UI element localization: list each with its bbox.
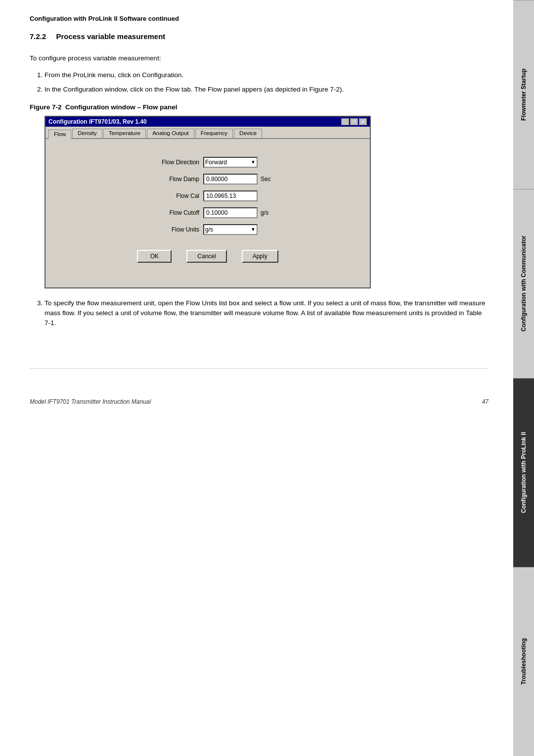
flow-cal-input[interactable] bbox=[203, 190, 258, 201]
flow-units-arrow: ▼ bbox=[251, 227, 256, 232]
window-titlebar: Configuration IFT9701/03, Rev 1.40 _ □ × bbox=[45, 117, 370, 127]
subsection-number: 7.2.2 bbox=[30, 32, 46, 41]
subsection-title: Process variable measurement bbox=[56, 32, 165, 41]
section-label: Configuration with ProLink II Software bbox=[30, 15, 146, 22]
step-1: From the ProLink menu, click on Configur… bbox=[44, 70, 489, 80]
tab-frequency[interactable]: Frequency bbox=[195, 129, 233, 138]
flow-cutoff-row: Flow Cutoff g/s bbox=[60, 207, 355, 218]
section-header: Configuration with ProLink II Software c… bbox=[30, 15, 489, 22]
window-controls[interactable]: _ □ × bbox=[341, 118, 367, 125]
flow-damp-row: Flow Damp Sec bbox=[60, 174, 355, 185]
tab-flow[interactable]: Flow bbox=[48, 130, 71, 139]
maximize-button[interactable]: □ bbox=[350, 118, 358, 125]
apply-button[interactable]: Apply bbox=[242, 250, 278, 263]
footer-left: Model IFT9701 Transmitter Instruction Ma… bbox=[30, 398, 151, 405]
flow-direction-value: Forward bbox=[205, 159, 227, 166]
close-button[interactable]: × bbox=[359, 118, 367, 125]
ok-button[interactable]: OK bbox=[137, 250, 172, 263]
flow-units-row: Flow Units g/s ▼ bbox=[60, 224, 355, 235]
flow-units-select[interactable]: g/s ▼ bbox=[203, 224, 258, 235]
tab-temperature[interactable]: Temperature bbox=[103, 129, 146, 138]
flow-cutoff-label: Flow Cutoff bbox=[135, 209, 199, 216]
step3-list: To specify the flow measurement unit, op… bbox=[44, 298, 489, 329]
figure-caption: Configuration window – Flow panel bbox=[65, 103, 178, 111]
window-title-text: Configuration IFT9701/03, Rev 1.40 bbox=[48, 118, 147, 125]
side-tabs: Flowmeter Startup Configuration with Com… bbox=[513, 0, 534, 756]
side-tab-troubleshooting[interactable]: Troubleshooting bbox=[513, 567, 534, 756]
step-3: To specify the flow measurement unit, op… bbox=[44, 298, 489, 329]
figure-title: Figure 7-2 Configuration window – Flow p… bbox=[30, 103, 489, 111]
side-tab-configuration-communicator[interactable]: Configuration with Communicator bbox=[513, 189, 534, 378]
flow-damp-label: Flow Damp bbox=[135, 176, 199, 183]
flow-cutoff-unit: g/s bbox=[261, 209, 280, 216]
flow-direction-select[interactable]: Forward ▼ bbox=[203, 157, 258, 168]
flow-units-label: Flow Units bbox=[135, 226, 199, 233]
page-footer: Model IFT9701 Transmitter Instruction Ma… bbox=[30, 368, 489, 405]
flow-units-value: g/s bbox=[205, 226, 213, 233]
configuration-window: Configuration IFT9701/03, Rev 1.40 _ □ ×… bbox=[44, 116, 371, 288]
section-continued: continued bbox=[148, 15, 179, 22]
tab-analog-output[interactable]: Analog Output bbox=[147, 129, 194, 138]
flow-cal-label: Flow Cal bbox=[135, 192, 199, 199]
flow-direction-arrow: ▼ bbox=[251, 159, 256, 165]
intro-text: To configure process variable measuremen… bbox=[30, 53, 489, 63]
figure-label: Figure 7-2 bbox=[30, 103, 62, 111]
window-body: Flow Direction Forward ▼ Flow Damp Sec F… bbox=[45, 139, 370, 287]
minimize-button[interactable]: _ bbox=[341, 118, 349, 125]
flow-cal-row: Flow Cal bbox=[60, 190, 355, 201]
tab-density[interactable]: Density bbox=[72, 129, 102, 138]
steps-list: From the ProLink menu, click on Configur… bbox=[44, 70, 489, 94]
window-tabs: Flow Density Temperature Analog Output F… bbox=[45, 127, 370, 139]
flow-damp-input[interactable] bbox=[203, 174, 258, 185]
side-tab-flowmeter-startup[interactable]: Flowmeter Startup bbox=[513, 0, 534, 189]
tab-device[interactable]: Device bbox=[234, 129, 262, 138]
step-2: In the Configuration window, click on th… bbox=[44, 85, 489, 94]
cancel-button[interactable]: Cancel bbox=[186, 250, 226, 263]
flow-direction-row: Flow Direction Forward ▼ bbox=[60, 157, 355, 168]
window-footer: OK Cancel Apply bbox=[60, 245, 355, 273]
flow-damp-unit: Sec bbox=[261, 176, 280, 183]
page-number: 47 bbox=[482, 398, 489, 405]
side-tab-configuration-prolink[interactable]: Configuration with ProLink II bbox=[513, 378, 534, 567]
flow-cutoff-input[interactable] bbox=[203, 207, 258, 218]
flow-direction-label: Flow Direction bbox=[135, 159, 199, 166]
